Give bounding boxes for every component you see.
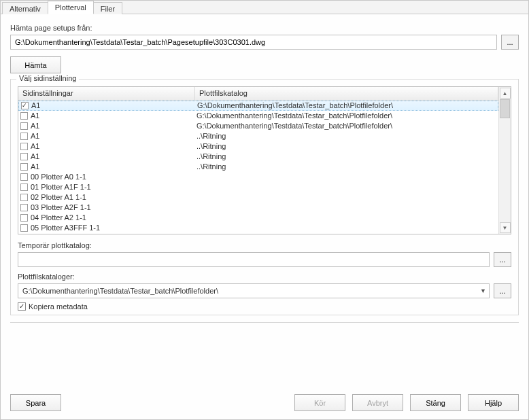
hjalp-button[interactable]: Hjälp xyxy=(468,394,519,411)
scrollbar-thumb[interactable] xyxy=(500,99,510,118)
browse-page-setup-button[interactable]: ... xyxy=(501,35,519,50)
row-name: A1 xyxy=(29,162,195,172)
temp-plot-dir-input[interactable] xyxy=(18,252,490,267)
button-bar: Spara Kör Avbryt Stäng Hjälp xyxy=(1,387,528,419)
row-name: A1 xyxy=(29,141,195,152)
plot-dirs-combo-value: G:\Dokumenthantering\Testdata\Testar_bat… xyxy=(22,287,480,295)
list-item[interactable]: 04 Plotter A2 1-1 xyxy=(18,213,498,223)
page-setup-listview[interactable]: Sidinställningar Plottfilskatalog ✓A1G:\… xyxy=(18,87,498,234)
chevron-down-icon: ▼ xyxy=(480,287,486,294)
row-path: G:\Dokumenthantering\Testdata\Testar_bat… xyxy=(196,101,498,111)
separator xyxy=(10,322,519,323)
list-item[interactable]: 06 Plotter A3FF 1-1 xyxy=(18,233,498,234)
row-name: 05 Plotter A3FFF 1-1 xyxy=(29,223,195,233)
tab-label: Filer xyxy=(101,5,115,13)
row-name: A1 xyxy=(29,131,195,141)
list-item[interactable]: ✓A1G:\Dokumenthantering\Testdata\Testar_… xyxy=(18,101,498,111)
listview-scrollbar[interactable]: ▲ ▼ xyxy=(498,87,511,234)
row-name: A1 xyxy=(29,121,195,131)
hamta-button[interactable]: Hämta xyxy=(10,56,61,73)
row-checkbox[interactable] xyxy=(20,173,28,181)
kopiera-metadata-label: Kopiera metadata xyxy=(29,302,88,311)
list-item[interactable]: A1..\Ritning xyxy=(18,152,498,162)
row-checkbox[interactable] xyxy=(20,214,28,222)
tab-alternativ[interactable]: Alternativ xyxy=(2,2,48,14)
list-item[interactable]: A1..\Ritning xyxy=(18,141,498,152)
listview-header: Sidinställningar Plottfilskatalog xyxy=(18,87,498,101)
tab-filer[interactable]: Filer xyxy=(93,2,122,14)
row-checkbox[interactable] xyxy=(20,153,28,160)
page-setup-from-label: Hämta page setups från: xyxy=(10,24,519,32)
row-path: G:\Dokumenthantering\Testdata\Testar_bat… xyxy=(195,111,498,121)
row-name: 00 Plotter A0 1-1 xyxy=(29,172,195,182)
list-item[interactable]: A1G:\Dokumenthantering\Testdata\Testar_b… xyxy=(18,121,498,131)
list-item[interactable]: 02 Plotter A1 1-1 xyxy=(18,192,498,203)
kor-button[interactable]: Kör xyxy=(294,394,345,411)
temp-plot-dir-label: Temporär plottkatalog: xyxy=(18,241,511,249)
row-checkbox[interactable] xyxy=(20,143,28,150)
tab-strip: Alternativ Plotterval Filer xyxy=(1,1,528,14)
row-name: 04 Plotter A2 1-1 xyxy=(29,213,195,223)
plot-dirs-label: Plottfilskataloger: xyxy=(18,273,511,281)
list-item[interactable]: 01 Plotter A1F 1-1 xyxy=(18,182,498,192)
row-name: 06 Plotter A3FF 1-1 xyxy=(29,233,195,234)
column-header-plottfilskatalog[interactable]: Plottfilskatalog xyxy=(195,87,498,100)
row-checkbox[interactable]: ✓ xyxy=(21,102,29,109)
row-path: ..\Ritning xyxy=(195,152,498,162)
row-path: ..\Ritning xyxy=(195,141,498,152)
row-name: A1 xyxy=(30,101,196,111)
page-setup-path-input[interactable] xyxy=(10,35,497,50)
row-path: ..\Ritning xyxy=(195,131,498,141)
row-name: A1 xyxy=(29,152,195,162)
row-checkbox[interactable] xyxy=(20,194,28,201)
list-item[interactable]: A1..\Ritning xyxy=(18,162,498,172)
row-path: ..\Ritning xyxy=(195,162,498,172)
kopiera-metadata-checkbox[interactable]: ✓ xyxy=(18,302,26,311)
row-checkbox[interactable] xyxy=(20,224,28,232)
page-setup-group-title: Välj sidinställning xyxy=(16,74,79,82)
list-item[interactable]: 05 Plotter A3FFF 1-1 xyxy=(18,223,498,233)
row-checkbox[interactable] xyxy=(20,204,28,211)
browse-plot-dirs-button[interactable]: ... xyxy=(494,283,511,298)
row-checkbox[interactable] xyxy=(20,112,28,120)
list-item[interactable]: 00 Plotter A0 1-1 xyxy=(18,172,498,182)
tab-plotterval[interactable]: Plotterval xyxy=(48,1,94,14)
column-header-sidinstallningar[interactable]: Sidinställningar xyxy=(18,87,195,100)
browse-temp-dir-button[interactable]: ... xyxy=(494,252,511,267)
tab-label: Alternativ xyxy=(10,5,41,13)
tab-label: Plotterval xyxy=(55,3,86,12)
list-item[interactable]: 03 Plotter A2F 1-1 xyxy=(18,203,498,213)
row-checkbox[interactable] xyxy=(20,163,28,171)
row-checkbox[interactable] xyxy=(20,133,28,140)
page-setup-group: Välj sidinställning Sidinställningar Plo… xyxy=(10,79,519,315)
stang-button[interactable]: Stäng xyxy=(410,394,461,411)
plot-dirs-combo[interactable]: G:\Dokumenthantering\Testdata\Testar_bat… xyxy=(18,283,490,298)
scroll-down-button[interactable]: ▼ xyxy=(500,222,511,233)
row-checkbox[interactable] xyxy=(20,122,28,130)
chevron-up-icon: ▲ xyxy=(502,90,508,97)
list-item[interactable]: A1..\Ritning xyxy=(18,131,498,141)
row-name: 01 Plotter A1F 1-1 xyxy=(29,182,195,192)
row-name: 02 Plotter A1 1-1 xyxy=(29,192,195,203)
row-path: G:\Dokumenthantering\Testdata\Testar_bat… xyxy=(195,121,498,131)
row-name: 03 Plotter A2F 1-1 xyxy=(29,203,195,213)
scroll-up-button[interactable]: ▲ xyxy=(500,88,511,99)
row-checkbox[interactable] xyxy=(20,183,28,191)
spara-button[interactable]: Spara xyxy=(10,394,61,411)
avbryt-button[interactable]: Avbryt xyxy=(352,394,403,411)
chevron-down-icon: ▼ xyxy=(502,225,508,231)
list-item[interactable]: A1G:\Dokumenthantering\Testdata\Testar_b… xyxy=(18,111,498,121)
row-name: A1 xyxy=(29,111,195,121)
